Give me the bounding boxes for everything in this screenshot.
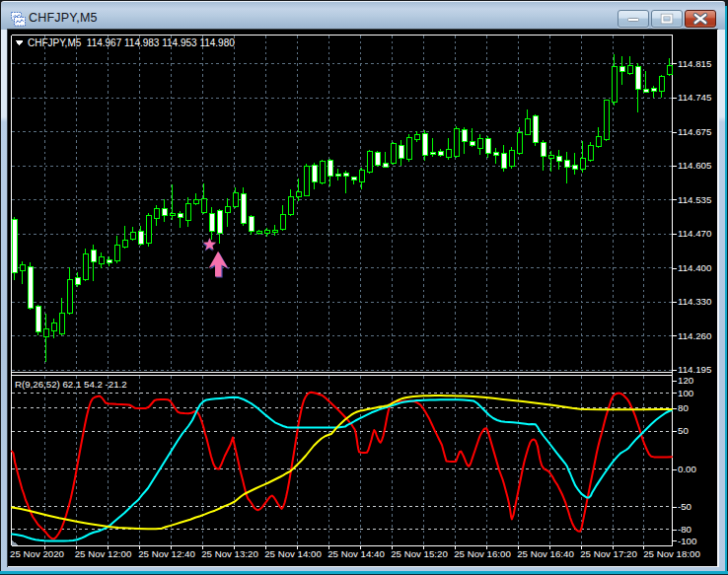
svg-text:R(9,26,52) 62.1 54.2 -21.2: R(9,26,52) 62.1 54.2 -21.2: [15, 379, 127, 390]
svg-text:114.605: 114.605: [678, 160, 711, 171]
svg-text:0.00: 0.00: [678, 464, 696, 474]
svg-text:25 Nov 14:00: 25 Nov 14:00: [264, 548, 322, 559]
svg-text:114.195: 114.195: [678, 364, 711, 375]
svg-text:120: 120: [678, 375, 694, 386]
svg-text:114.535: 114.535: [678, 194, 711, 205]
svg-text:25 Nov 14:40: 25 Nov 14:40: [328, 548, 385, 559]
svg-text:114.260: 114.260: [678, 330, 712, 341]
svg-text:50: 50: [678, 425, 689, 436]
svg-text:114.675: 114.675: [678, 126, 711, 137]
svg-text:-50: -50: [678, 501, 692, 512]
svg-text:CHFJPY,M5 114.967 114.983 114: CHFJPY,M5 114.967 114.983 114.953 114.98…: [28, 37, 235, 48]
svg-text:80: 80: [678, 402, 689, 413]
svg-text:114.330: 114.330: [678, 296, 712, 307]
svg-text:25 Nov 16:40: 25 Nov 16:40: [517, 548, 574, 559]
svg-text:25 Nov 12:40: 25 Nov 12:40: [138, 548, 195, 559]
svg-text:25 Nov 17:20: 25 Nov 17:20: [580, 548, 637, 559]
svg-text:114.815: 114.815: [678, 58, 711, 69]
svg-text:114.470: 114.470: [678, 228, 712, 239]
svg-text:114.400: 114.400: [678, 262, 712, 273]
svg-text:-100: -100: [678, 536, 697, 546]
svg-text:25 Nov 18:00: 25 Nov 18:00: [643, 548, 700, 559]
svg-text:25 Nov 13:20: 25 Nov 13:20: [201, 548, 258, 559]
svg-text:25 Nov 2020: 25 Nov 2020: [10, 548, 65, 559]
svg-text:25 Nov 15:20: 25 Nov 15:20: [391, 548, 448, 559]
svg-text:-80: -80: [678, 524, 692, 535]
svg-text:100: 100: [678, 388, 694, 398]
svg-text:114.745: 114.745: [678, 92, 711, 103]
svg-text:25 Nov 12:00: 25 Nov 12:00: [75, 548, 132, 559]
svg-text:25 Nov 16:00: 25 Nov 16:00: [454, 548, 511, 559]
